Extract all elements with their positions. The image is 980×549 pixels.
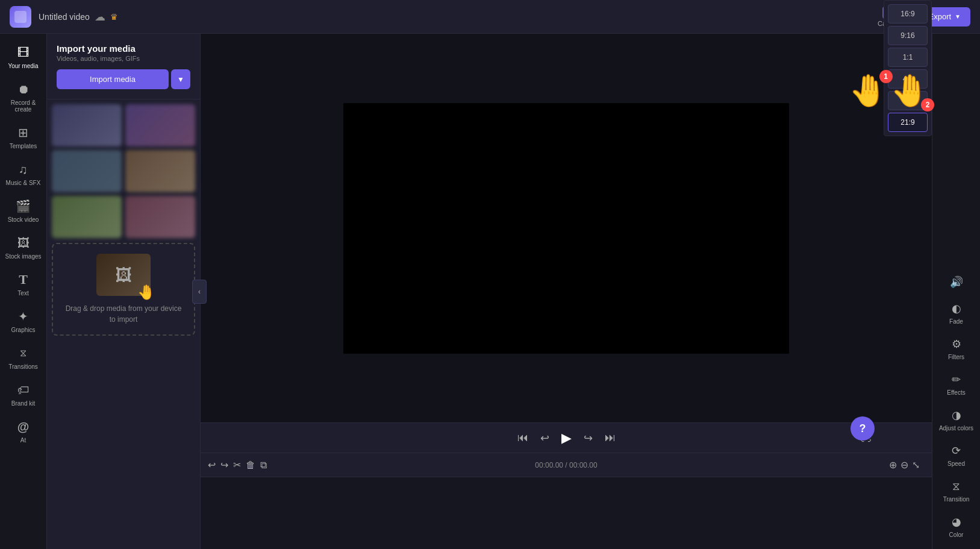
playback-controls: ⏮ ↩ ▶ ↪ ⏭ ⛶	[201, 422, 932, 453]
transition-icon: ⧖	[949, 479, 964, 494]
import-media-button[interactable]: Import media	[57, 69, 169, 89]
fade-label: Fade	[949, 318, 963, 325]
right-filters-button[interactable]: ⚙ Filters	[932, 331, 980, 366]
play-button[interactable]: ▶	[561, 430, 572, 446]
right-fade-button[interactable]: ◐ Fade	[932, 295, 980, 331]
adjust-colors-label: Adjust colors	[939, 425, 973, 431]
sidebar-label-stock-video: Stock video	[8, 216, 39, 223]
music-icon: ♫	[16, 162, 31, 177]
duplicate-button[interactable]: ⧉	[260, 460, 267, 471]
preview-area	[201, 34, 932, 422]
zoom-in-button[interactable]: ⊕	[889, 459, 897, 471]
volume-icon: 🔊	[949, 275, 964, 289]
media-panel: Import your media Videos, audio, images,…	[47, 34, 201, 549]
graphics-icon: ✦	[16, 309, 31, 324]
delete-button[interactable]: 🗑	[246, 460, 255, 471]
sidebar-label-templates: Templates	[10, 143, 37, 149]
record-create-icon: ⏺	[16, 81, 31, 97]
right-volume-button[interactable]: 🔊	[932, 269, 980, 295]
right-adjust-colors-button[interactable]: ◑ Adjust colors	[932, 402, 980, 438]
media-thumbnail[interactable]	[125, 104, 195, 146]
rewind-button[interactable]: ↩	[540, 431, 549, 445]
sidebar-item-transitions[interactable]: ⧖ Transitions	[0, 339, 46, 376]
sidebar-label-your-media: Your media	[8, 63, 38, 69]
video-title[interactable]: Untitled video	[39, 12, 90, 22]
right-effects-button[interactable]: ✏ Effects	[932, 366, 980, 402]
panel-title: Import your media	[57, 43, 190, 54]
fade-icon: ◐	[949, 301, 964, 316]
sidebar-label-text: Text	[17, 290, 28, 296]
at-icon: @	[16, 419, 31, 434]
forward-button[interactable]: ↪	[584, 431, 593, 445]
panel-subtitle: Videos, audio, images, GIFs	[57, 55, 190, 62]
sidebar-item-stock-video[interactable]: 🎬 Stock video	[0, 192, 46, 229]
sidebar-item-at[interactable]: @ At	[0, 413, 46, 450]
undo-button[interactable]: ↩	[208, 459, 216, 471]
media-thumbnail[interactable]	[52, 196, 122, 238]
sidebar-item-templates[interactable]: ⊞ Templates	[0, 119, 46, 155]
sidebar-item-brand-kit[interactable]: 🏷 Brand kit	[0, 376, 46, 413]
right-color-button[interactable]: ◕ Color	[932, 509, 980, 544]
speed-icon: ⟳	[949, 444, 964, 458]
main-layout: 🎞 Your media ⏺ Record & create ⊞ Templat…	[0, 34, 980, 549]
app-logo	[10, 6, 31, 28]
transition-label: Transition	[943, 496, 970, 503]
sidebar-item-music-sfx[interactable]: ♫ Music & SFX	[0, 155, 46, 192]
crown-icon: ♛	[110, 12, 118, 22]
collapse-panel-button[interactable]: ‹	[192, 280, 207, 304]
sidebar-item-text[interactable]: T Text	[0, 266, 46, 303]
timeline-content	[201, 477, 932, 549]
sidebar-item-your-media[interactable]: 🎞 Your media	[0, 39, 46, 75]
sidebar-label-stock-images: Stock images	[5, 253, 41, 260]
media-thumbnail[interactable]	[125, 150, 195, 192]
cursor-hand-icon: 🤚	[137, 284, 155, 301]
timeline-zoom-controls: ⊕ ⊖ ⤡	[889, 459, 920, 471]
zoom-out-button[interactable]: ⊖	[900, 459, 908, 471]
brand-kit-icon: 🏷	[16, 382, 31, 398]
right-sidebar: 16:9 9:16 1:1 4:5 2:3 21:9 🤚 1 🤚 2 🔊 ◐ F…	[932, 34, 980, 549]
sidebar-item-graphics[interactable]: ✦ Graphics	[0, 303, 46, 339]
right-speed-button[interactable]: ⟳ Speed	[932, 438, 980, 473]
adjust-colors-icon: ◑	[949, 408, 964, 422]
topbar-icons: ☁ ♛	[95, 10, 118, 24]
drop-zone[interactable]: 🖼 🤚 Drag & drop media from your device t…	[52, 243, 195, 336]
cloud-icon: ☁	[95, 10, 105, 24]
panel-header: Import your media Videos, audio, images,…	[47, 34, 200, 99]
image-placeholder-icon: 🖼	[115, 265, 132, 285]
topbar: Untitled video ☁ ♛ CC Captions ↑ Export …	[0, 0, 980, 34]
stock-video-icon: 🎬	[16, 198, 31, 214]
right-transition-button[interactable]: ⧖ Transition	[932, 473, 980, 509]
skip-to-start-button[interactable]: ⏮	[517, 431, 528, 444]
center-area: ‹ ⏮ ↩ ▶ ↪ ⏭ ⛶ ↩ ↪ ✂ 🗑 ⧉ 00:00.00 / 00:00…	[201, 34, 932, 549]
drop-thumbnail: 🖼 🤚	[96, 254, 151, 296]
sidebar-label-transitions: Transitions	[8, 363, 38, 370]
time-display: 00:00.00 / 00:00.00	[535, 461, 597, 469]
sidebar-item-stock-images[interactable]: 🖼 Stock images	[0, 229, 46, 266]
your-media-icon: 🎞	[16, 45, 31, 60]
media-thumbnail[interactable]	[52, 150, 122, 192]
speed-label: Speed	[947, 460, 965, 467]
media-grid-area: 🖼 🤚 Drag & drop media from your device t…	[47, 99, 200, 549]
cut-button[interactable]: ✂	[233, 459, 241, 471]
fit-button[interactable]: ⤡	[912, 459, 920, 471]
sidebar-label-graphics: Graphics	[11, 327, 35, 333]
help-button[interactable]: ?	[850, 416, 875, 441]
sidebar-label-at: At	[20, 437, 26, 444]
media-thumbnail[interactable]	[125, 196, 195, 238]
media-thumbnail[interactable]	[52, 104, 122, 146]
templates-icon: ⊞	[16, 125, 31, 140]
effects-label: Effects	[947, 389, 965, 396]
color-label: Color	[949, 532, 964, 538]
import-dropdown-button[interactable]: ▼	[171, 69, 190, 89]
color-icon: ◕	[949, 515, 964, 529]
export-chevron: ▼	[955, 13, 961, 20]
media-grid	[52, 104, 195, 238]
sidebar-label-music-sfx: Music & SFX	[6, 180, 41, 186]
sidebar-item-record-create[interactable]: ⏺ Record & create	[0, 75, 46, 119]
drop-text: Drag & drop media from your device to im…	[63, 303, 184, 325]
skip-to-end-button[interactable]: ⏭	[605, 431, 616, 444]
effects-icon: ✏	[949, 372, 964, 387]
badge-2: 2	[932, 98, 934, 111]
import-btn-row: Import media ▼	[57, 69, 190, 89]
redo-button[interactable]: ↪	[220, 459, 228, 471]
